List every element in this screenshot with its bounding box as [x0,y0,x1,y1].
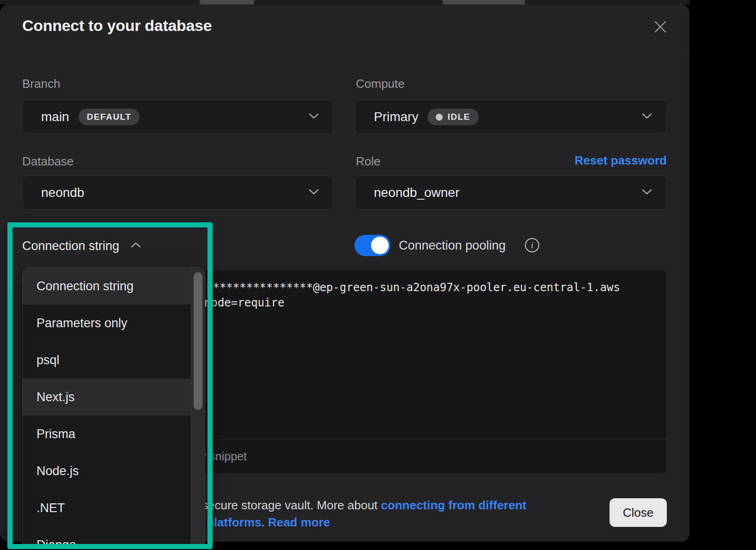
default-badge: DEFAULT [79,109,140,125]
connection-string-line2: node=require [204,296,284,309]
connection-pooling-label: Connection pooling [399,238,506,253]
menu-item-nodejs[interactable]: Node.js [23,452,205,489]
footer-link-continued[interactable]: platforms. [207,515,265,529]
close-icon [652,18,669,35]
footer-note-text: secure storage vault. More about [202,498,381,512]
branch-label: Branch [22,77,60,91]
menu-item-nextjs[interactable]: Next.js [23,379,205,416]
role-value: neondb_owner [374,185,459,200]
read-more-link[interactable]: Read more [265,515,330,529]
connection-type-label: Connection string [22,239,119,253]
menu-item-parameters-only[interactable]: Parameters only [23,305,205,342]
close-button[interactable]: Close [610,498,667,527]
branch-select[interactable]: main DEFAULT [22,100,334,134]
database-value: neondb [41,185,84,200]
menu-item-connection-string[interactable]: Connection string [23,268,205,305]
role-select[interactable]: neondb_owner [355,176,667,210]
menu-item-dotnet[interactable]: .NET [23,489,205,526]
role-label: Role [356,154,380,169]
chevron-down-icon [308,113,319,121]
connection-pooling-toggle[interactable] [354,235,390,256]
chevron-down-icon [641,189,652,197]
scrollbar-track [191,268,205,544]
svg-text:i: i [531,240,533,250]
database-label: Database [22,154,73,169]
footer-note-line2: platforms. Read more [207,515,330,530]
reset-password-link[interactable]: Reset password [575,153,667,168]
background-app-strip [0,0,689,5]
status-dot-icon [436,114,443,121]
compute-select[interactable]: Primary IDLE [355,100,667,134]
menu-item-django[interactable]: Django [23,526,205,544]
footer-link[interactable]: connecting from different [381,498,526,512]
info-icon[interactable]: i [524,237,540,253]
background-text-fragment [443,0,525,5]
menu-item-psql[interactable]: psql [23,342,205,379]
header-divider [0,52,689,52]
compute-label: Compute [356,77,405,91]
dialog-close-button[interactable] [650,17,671,37]
scrollbar-thumb[interactable] [194,272,202,410]
connection-string-line1: ****************@ep-green-sun-a2ona97x-p… [206,281,620,294]
dialog-title: Connect to your database [22,17,212,35]
idle-status-badge: IDLE [427,109,478,125]
compute-value: Primary [374,110,418,124]
database-select[interactable]: neondb [22,176,334,210]
chevron-down-icon [308,189,319,197]
chevron-down-icon [641,113,652,121]
menu-item-prisma[interactable]: Prisma [23,416,205,452]
idle-badge-label: IDLE [447,112,470,122]
footer-note-line1: secure storage vault. More about connect… [202,498,526,513]
branch-value: main [41,110,69,124]
background-text-fragment [200,0,254,5]
page-background: Connect to your database Branch Compute … [0,0,756,550]
chevron-up-icon [130,242,141,250]
connection-type-select[interactable]: Connection string [22,237,141,255]
connection-type-menu: Connection string Parameters only psql N… [22,267,205,544]
toggle-knob [371,237,389,254]
